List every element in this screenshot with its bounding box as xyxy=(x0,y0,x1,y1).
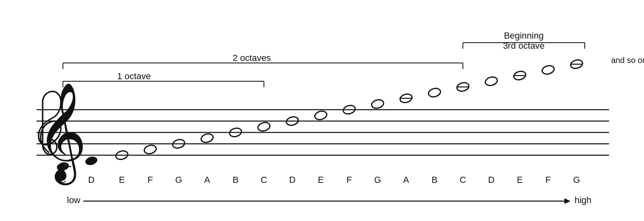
label-d2: D xyxy=(289,175,296,185)
label-e2: E xyxy=(318,175,324,185)
music-diagram-container: 𝄞 xyxy=(0,0,644,221)
octave3-label-line2: 3rd octave xyxy=(503,41,545,51)
arrow-head xyxy=(564,198,571,204)
label-a1: A xyxy=(204,175,210,185)
octave2-label: 2 octaves xyxy=(233,53,271,63)
octave2-bracket xyxy=(63,63,463,69)
note-b2 xyxy=(428,87,441,98)
label-g2: G xyxy=(374,175,381,185)
low-label: low xyxy=(67,195,80,205)
label-e3: E xyxy=(517,175,523,185)
label-c2: C xyxy=(261,175,267,185)
label-d3: D xyxy=(488,175,495,185)
label-f1: F xyxy=(147,175,153,185)
note-f1 xyxy=(143,144,157,155)
label-e1: E xyxy=(119,175,125,185)
note-labels: C D E F G A B C D E F G A B C D E F G xyxy=(60,175,580,185)
note-a1 xyxy=(200,132,214,143)
octave1-bracket xyxy=(63,81,264,87)
music-staff-svg: 𝄞 xyxy=(0,0,644,221)
label-a2: A xyxy=(403,175,409,185)
label-d1: D xyxy=(88,175,95,185)
label-g3: G xyxy=(573,175,580,185)
label-f3: F xyxy=(545,175,551,185)
label-c3: C xyxy=(460,175,466,185)
staff-lines xyxy=(37,110,609,155)
octave3-label-line1: Beginning xyxy=(504,30,544,41)
label-b2: B xyxy=(432,175,438,185)
label-b1: B xyxy=(233,175,239,185)
note-f3 xyxy=(541,64,555,75)
high-label: high xyxy=(575,195,592,205)
note-g2 xyxy=(371,98,385,109)
label-f2: F xyxy=(346,175,352,185)
octave1-label: 1 octave xyxy=(117,71,151,81)
label-c1: C xyxy=(60,175,66,185)
label-g1: G xyxy=(175,175,182,185)
note-c2 xyxy=(257,121,271,132)
and-so-on-label: and so on xyxy=(611,56,644,65)
note-e2 xyxy=(314,110,328,121)
note-d3 xyxy=(484,76,498,87)
